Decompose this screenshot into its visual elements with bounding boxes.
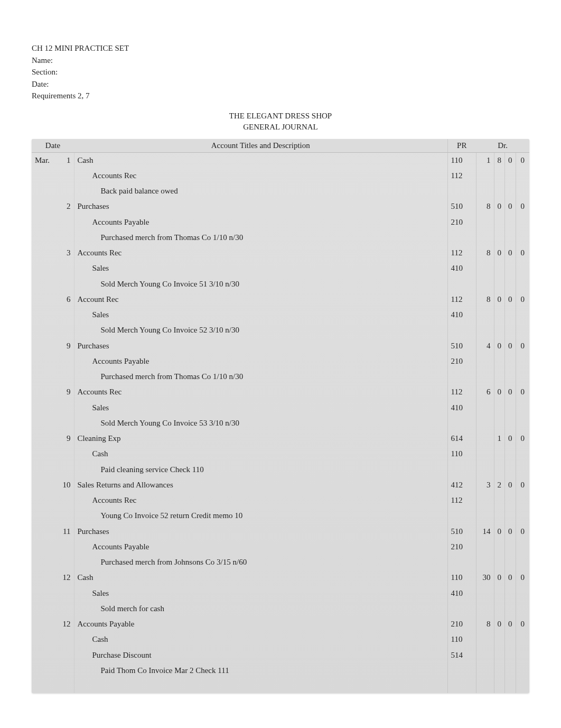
day-cell — [57, 168, 74, 183]
month-cell — [32, 508, 57, 523]
dr-digit-cell — [505, 508, 516, 523]
account-title: Cash — [74, 570, 447, 585]
dr-digit-cell — [476, 431, 494, 446]
month-cell — [32, 307, 57, 322]
account-title: Sales — [74, 400, 447, 416]
dr-digit-cell — [516, 632, 529, 647]
dr-digit-cell — [516, 539, 529, 555]
pr-cell: 614 — [447, 431, 476, 446]
table-row: 9Accounts Rec1126000 — [32, 384, 529, 400]
dr-digit-cell — [505, 322, 516, 338]
dr-digit-cell — [476, 230, 494, 245]
line-text: Purchased merch from Thomas Co 1/10 n/30 — [78, 372, 244, 381]
line-text: Young Co Invoice 52 return Credit memo 1… — [78, 511, 243, 520]
month-cell — [32, 632, 57, 647]
dr-digit-cell — [516, 508, 529, 523]
account-title: Accounts Payable — [74, 539, 447, 555]
pr-cell: 112 — [447, 292, 476, 307]
pr-cell — [447, 230, 476, 245]
day-cell: 9 — [57, 431, 74, 446]
line-text: Sales — [78, 589, 109, 597]
dr-digit-cell — [516, 462, 529, 477]
day-cell — [57, 555, 74, 570]
pr-cell: 110 — [447, 570, 476, 585]
dr-digit-cell — [516, 555, 529, 570]
month-cell — [32, 261, 57, 276]
table-row: Purchase Discount514 — [32, 648, 529, 663]
entry-description: Sold Merch Young Co Invoice 52 3/10 n/30 — [74, 322, 447, 338]
requirements-line: Requirements 2, 7 — [32, 90, 529, 102]
dr-digit-cell — [494, 508, 505, 523]
dr-digit-cell — [476, 183, 494, 199]
dr-digit-cell — [516, 648, 529, 663]
dr-digit-cell — [505, 307, 516, 322]
dr-digit-cell — [494, 168, 505, 183]
table-row: Paid cleaning service Check 110 — [32, 462, 529, 477]
account-title: Cash — [74, 446, 447, 462]
pr-cell — [447, 601, 476, 616]
worksheet-title: CH 12 MINI PRACTICE SET — [32, 42, 529, 54]
pr-cell: 410 — [447, 307, 476, 322]
line-text: Accounts Payable — [78, 620, 135, 628]
dr-digit-cell — [516, 586, 529, 601]
month-cell — [32, 416, 57, 431]
month-cell — [32, 446, 57, 462]
line-text: Accounts Payable — [78, 218, 149, 226]
table-row: Sales410 — [32, 307, 529, 322]
dr-digit-cell: 0 — [516, 524, 529, 539]
dr-digit-cell — [476, 416, 494, 431]
dr-digit-cell — [505, 183, 516, 199]
pr-cell: 210 — [447, 616, 476, 632]
dr-digit-cell: 8 — [476, 245, 494, 261]
day-cell — [57, 648, 74, 663]
dr-digit-cell — [476, 307, 494, 322]
dr-digit-cell — [494, 555, 505, 570]
dr-digit-cell — [494, 416, 505, 431]
dr-digit-cell — [505, 369, 516, 384]
day-cell — [57, 230, 74, 245]
account-title: Accounts Rec — [74, 384, 447, 400]
day-cell — [57, 446, 74, 462]
line-text: Sales — [78, 310, 109, 319]
dr-digit-cell — [494, 354, 505, 369]
day-cell — [57, 601, 74, 616]
dr-digit-cell — [476, 555, 494, 570]
empty-cell — [57, 678, 74, 693]
month-cell — [32, 400, 57, 416]
dr-digit-cell — [494, 307, 505, 322]
table-row: Purchased merch from Johnsons Co 3/15 n/… — [32, 555, 529, 570]
line-text: Purchased merch from Johnsons Co 3/15 n/… — [78, 558, 247, 566]
dr-digit-cell — [494, 183, 505, 199]
line-text: Cash — [78, 156, 94, 164]
dr-digit-cell — [494, 663, 505, 678]
day-cell: 1 — [57, 152, 74, 168]
header-pr: PR — [447, 139, 476, 153]
dr-digit-cell — [494, 322, 505, 338]
dr-digit-cell — [516, 230, 529, 245]
dr-digit-cell — [505, 168, 516, 183]
day-cell: 12 — [57, 570, 74, 585]
month-cell — [32, 354, 57, 369]
dr-digit-cell: 0 — [516, 338, 529, 354]
month-cell — [32, 570, 57, 585]
line-text: Sales — [78, 403, 109, 412]
line-text: Sales Returns and Allowances — [78, 481, 173, 489]
pr-cell: 112 — [447, 384, 476, 400]
dr-digit-cell: 0 — [505, 431, 516, 446]
dr-digit-cell: 0 — [494, 338, 505, 354]
report-titles: THE ELEGANT DRESS SHOP GENERAL JOURNAL — [32, 110, 529, 133]
pr-cell: 210 — [447, 215, 476, 230]
entry-description: Paid cleaning service Check 110 — [74, 462, 447, 477]
dr-digit-cell — [476, 663, 494, 678]
account-title: Accounts Rec — [74, 245, 447, 261]
table-row: Back paid balance owed — [32, 183, 529, 199]
table-row: Accounts Payable210 — [32, 354, 529, 369]
dr-digit-cell: 2 — [494, 477, 505, 493]
day-cell — [57, 277, 74, 292]
dr-digit-cell: 0 — [505, 570, 516, 585]
dr-digit-cell — [505, 215, 516, 230]
account-title: Cash — [74, 152, 447, 168]
pr-cell — [447, 183, 476, 199]
pr-cell — [447, 322, 476, 338]
document-name: GENERAL JOURNAL — [32, 122, 529, 133]
